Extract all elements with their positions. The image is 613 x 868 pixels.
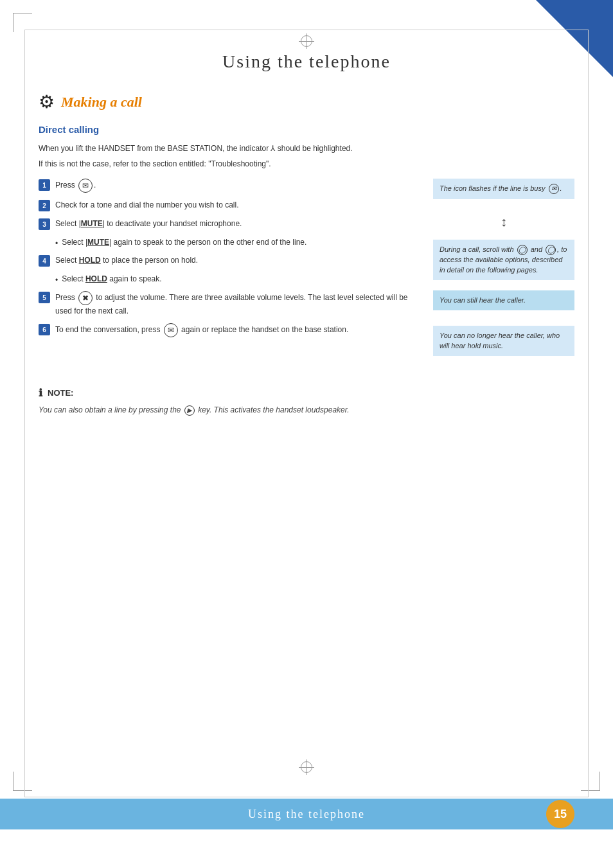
step-6: 6 To end the conversation, press ✉ again… <box>39 323 420 337</box>
step-3-content: Select |MUTE| to deactivate your handset… <box>55 218 420 229</box>
bullet-4: • <box>55 274 58 286</box>
step-1-content: Press ✉. <box>55 179 420 193</box>
step-3-num: 3 <box>39 218 50 230</box>
phone-button-icon: ✉ <box>78 179 93 193</box>
arrow-divider: ↕ <box>433 215 574 229</box>
step-5-num: 5 <box>39 292 50 303</box>
note-title-row: ℹ NOTE: <box>39 387 574 399</box>
mute-label-2: MUTE <box>87 238 109 247</box>
page-number: 15 <box>546 800 574 828</box>
intro-line-2: If this is not the case, refer to the se… <box>39 158 574 170</box>
cross-bottom <box>299 759 314 775</box>
step-4-content: Select HOLD to place the person on hold. <box>55 254 420 266</box>
note-info-icon: ℹ <box>39 387 42 399</box>
bullet-3: • <box>55 238 58 249</box>
step-5: 5 Press ✖ to adjust the volume. There ar… <box>39 291 420 317</box>
step-3-sub: • Select |MUTE| again to speak to the pe… <box>55 236 420 249</box>
step-4-sub: • Select HOLD again to speak. <box>55 273 420 286</box>
section-header: ⚙ Making a call <box>39 91 574 112</box>
hold-label: HOLD <box>79 256 101 265</box>
gear-icon: ⚙ <box>39 91 55 112</box>
scroll-up-icon: ◯ <box>517 245 528 255</box>
subsection-title: Direct calling <box>39 124 574 135</box>
step-6-content: To end the conversation, press ✉ again o… <box>55 323 420 337</box>
intro-line-1: When you lift the HANDSET from the BASE … <box>39 143 574 154</box>
end-call-icon: ✉ <box>164 323 178 337</box>
note-box-3: You can still hear the caller. <box>433 290 574 310</box>
note-box-1-text: The icon flashes if the line is busy ✉. <box>440 184 562 192</box>
page-title: Using the telephone <box>39 51 574 72</box>
step-3: 3 Select |MUTE| to deactivate your hands… <box>39 218 420 230</box>
step-3-sub-text: Select |MUTE| again to speak to the pers… <box>62 236 306 248</box>
page: Using the telephone ⚙ Making a call Dire… <box>0 0 613 868</box>
top-border <box>24 30 589 30</box>
section-title: Making a call <box>61 94 142 111</box>
left-border <box>24 30 25 797</box>
corner-bl <box>13 772 32 791</box>
note-body-text: You can also obtain a line by pressing t… <box>39 404 574 416</box>
right-border <box>588 30 589 797</box>
mute-label: MUTE <box>81 219 103 228</box>
step-1-num: 1 <box>39 179 50 191</box>
corner-br <box>581 772 600 791</box>
step-4-num: 4 <box>39 255 50 267</box>
step-2-content: Check for a tone and dial the number you… <box>55 199 420 211</box>
note-box-4: You can no longer hear the caller, who w… <box>433 326 574 356</box>
scroll-down-icon: ◯ <box>546 245 556 255</box>
note-box-3-text: You can still hear the caller. <box>440 296 526 304</box>
volume-button-icon: ✖ <box>78 291 93 305</box>
step-5-content: Press ✖ to adjust the volume. There are … <box>55 291 420 317</box>
bottom-border <box>24 797 589 797</box>
note-box-1: The icon flashes if the line is busy ✉. <box>433 179 574 199</box>
note-box-4-text: You can no longer hear the caller, who w… <box>440 332 560 349</box>
main-content: Using the telephone ⚙ Making a call Dire… <box>39 51 574 759</box>
step-4-sub-text: Select HOLD again to speak. <box>62 273 161 285</box>
speaker-key-icon: ▶ <box>184 405 195 416</box>
hold-label-2: HOLD <box>85 274 107 283</box>
step-2-num: 2 <box>39 200 50 211</box>
note-box-2-text: During a call, scroll with ◯ and ◯, to a… <box>440 245 567 273</box>
banner-text: Using the telephone <box>248 808 365 821</box>
steps-column: 1 Press ✉. 2 Check for a tone and dial t… <box>39 179 420 361</box>
bottom-banner: Using the telephone 15 <box>0 799 613 829</box>
notes-column: The icon flashes if the line is busy ✉. … <box>433 179 574 361</box>
step-2: 2 Check for a tone and dial the number y… <box>39 199 420 211</box>
two-col-layout: 1 Press ✉. 2 Check for a tone and dial t… <box>39 179 574 361</box>
busy-icon: ✉ <box>549 184 559 194</box>
note-section: ℹ NOTE: You can also obtain a line by pr… <box>39 387 574 416</box>
cross-top <box>299 33 314 49</box>
note-title-text: NOTE: <box>48 388 73 398</box>
step-1: 1 Press ✉. <box>39 179 420 193</box>
step-6-num: 6 <box>39 324 50 335</box>
note-box-2: During a call, scroll with ◯ and ◯, to a… <box>433 240 574 280</box>
step-4: 4 Select HOLD to place the person on hol… <box>39 254 420 267</box>
